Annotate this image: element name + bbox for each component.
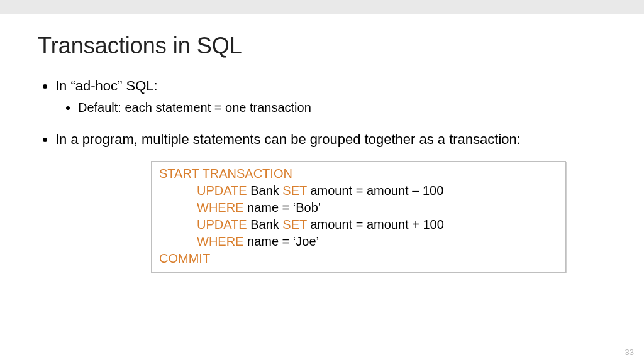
- keyword-set: SET: [282, 184, 307, 197]
- code-text: name = ‘Joe’: [243, 234, 319, 248]
- page-number: 33: [625, 348, 634, 357]
- keyword-start-transaction: START TRANSACTION: [159, 167, 292, 180]
- bullet-text: In “ad-hoc” SQL:: [55, 78, 158, 94]
- keyword-set: SET: [282, 217, 307, 231]
- keyword-commit: COMMIT: [159, 251, 210, 265]
- code-line: UPDATE Bank SET amount = amount + 100: [159, 216, 558, 233]
- code-line: COMMIT: [159, 250, 558, 267]
- slide-body: Transactions in SQL In “ad-hoc” SQL: Def…: [0, 14, 644, 362]
- code-line: WHERE name = ‘Joe’: [159, 233, 558, 250]
- bullet-text: In a program, multiple statements can be…: [55, 131, 521, 147]
- slide-title: Transactions in SQL: [38, 33, 606, 59]
- window-top-bar: [0, 0, 644, 14]
- bullet-list-level1: In “ad-hoc” SQL: Default: each statement…: [38, 77, 606, 148]
- bullet-text: Default: each statement = one transactio…: [78, 101, 311, 114]
- code-line: UPDATE Bank SET amount = amount – 100: [159, 182, 558, 199]
- bullet-item-grouped: In a program, multiple statements can be…: [55, 130, 606, 149]
- code-text: amount = amount + 100: [307, 217, 444, 231]
- bullet-list-level2: Default: each statement = one transactio…: [55, 99, 606, 116]
- keyword-update: UPDATE: [197, 217, 247, 231]
- code-text: Bank: [247, 217, 283, 231]
- code-text: name = ‘Bob’: [243, 200, 321, 214]
- keyword-where: WHERE: [197, 234, 243, 248]
- keyword-where: WHERE: [197, 200, 243, 214]
- code-text: Bank: [247, 184, 283, 197]
- code-line: WHERE name = ‘Bob’: [159, 199, 558, 216]
- bullet-item-default: Default: each statement = one transactio…: [78, 99, 606, 116]
- keyword-update: UPDATE: [197, 184, 247, 197]
- sql-code-box: START TRANSACTION UPDATE Bank SET amount…: [151, 161, 566, 273]
- code-text: amount = amount – 100: [307, 184, 443, 197]
- code-line: START TRANSACTION: [159, 165, 558, 182]
- bullet-item-adhoc: In “ad-hoc” SQL: Default: each statement…: [55, 77, 606, 116]
